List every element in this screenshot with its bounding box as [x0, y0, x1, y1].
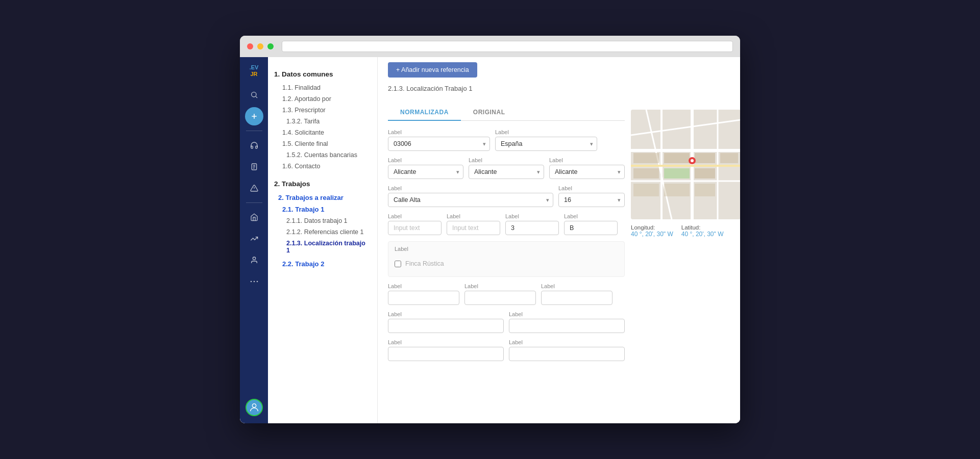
main-content: + Añadir nueva referencia 2.1.3. Localiz… [378, 57, 740, 423]
maximize-dot[interactable] [267, 43, 274, 49]
sidebar-divider-1 [246, 131, 262, 131]
postal-code-select[interactable]: 03006 [388, 137, 490, 151]
latitude-group: Latitud: 40 °, 20', 30" W [681, 224, 724, 238]
nav-trabajo1[interactable]: 2.1. Trabajo 1 [274, 203, 371, 215]
number-select-wrapper: 16 [558, 193, 625, 207]
address-bar [282, 41, 733, 52]
nav-datos-trabajo1[interactable]: 2.1.1. Datos trabajo 1 [274, 215, 371, 226]
longitude-value: 40 °, 20', 30" W [631, 231, 673, 238]
nav-cliente-final[interactable]: 1.5. Cliente final [274, 138, 371, 149]
r5-input3-field[interactable] [541, 291, 612, 305]
document-icon[interactable] [245, 158, 263, 176]
r5-input2-field[interactable] [464, 291, 536, 305]
city2-select[interactable]: Alicante [469, 165, 544, 179]
svg-point-13 [256, 281, 258, 283]
nav-tarifa[interactable]: 1.3.2. Tarifa [274, 116, 371, 127]
form-row-5: Label Label Label [388, 283, 625, 305]
input3-group: Label [505, 213, 559, 235]
nav-referencias-cliente1[interactable]: 2.1.2. Referencias cliente 1 [274, 226, 371, 238]
svg-rect-29 [695, 153, 715, 163]
r5-input1-group: Label [388, 283, 459, 305]
r7-input2-field[interactable] [509, 347, 625, 361]
r7-input1-group: Label [388, 339, 504, 361]
r6-input1-label: Label [388, 311, 504, 317]
city3-select-wrapper: Alicante [549, 165, 625, 179]
search-icon[interactable] [245, 86, 263, 104]
nav-prescriptor[interactable]: 1.3. Prescriptor [274, 105, 371, 116]
postal-code-select-wrapper: 03006 [388, 137, 490, 151]
svg-rect-24 [664, 153, 690, 163]
person-icon[interactable] [245, 251, 263, 269]
r6-input2-label: Label [509, 311, 625, 317]
longitude-group: Longitud: 40 °, 20', 30" W [631, 224, 673, 238]
postal-code-group: Label 03006 [388, 129, 490, 151]
svg-point-0 [251, 92, 256, 97]
number-select[interactable]: 16 [558, 193, 625, 207]
form-row-3: Label Calle Alta Label 16 [388, 185, 625, 207]
r7-input1-field[interactable] [388, 347, 504, 361]
more-icon[interactable] [245, 272, 263, 291]
city1-select[interactable]: Alicante [388, 165, 463, 179]
svg-line-1 [256, 96, 257, 98]
finca-rustica-checkbox[interactable] [395, 261, 401, 267]
city3-group: Label Alicante [549, 157, 625, 179]
add-reference-button[interactable]: + Añadir nueva referencia [388, 62, 477, 78]
nav-solicitante[interactable]: 1.4. Solicitante [274, 127, 371, 138]
home-icon[interactable] [245, 208, 263, 226]
input3-field[interactable] [505, 221, 559, 235]
svg-point-12 [253, 281, 255, 283]
tabs-row: NORMALIZADA ORIGINAL [388, 105, 625, 121]
minimize-dot[interactable] [257, 43, 263, 49]
nav-trabajos-realizar[interactable]: 2. Trabajos a realizar [274, 192, 371, 203]
r6-input2-field[interactable] [509, 319, 625, 333]
r5-input1-label: Label [388, 283, 459, 289]
r6-input1-field[interactable] [388, 319, 504, 333]
section1-title: 1. Datos comunes [274, 70, 371, 78]
input3-label: Label [505, 213, 559, 219]
input2-field[interactable] [447, 221, 500, 235]
form-row-1: Label 03006 Label España [388, 129, 625, 151]
add-button[interactable] [245, 107, 263, 125]
svg-point-36 [691, 159, 694, 162]
svg-point-11 [250, 281, 252, 283]
svg-rect-28 [633, 168, 659, 178]
nav-contacto[interactable]: 1.6. Contacto [274, 161, 371, 172]
longitude-label: Longitud: [631, 224, 673, 231]
street-select[interactable]: Calle Alta [388, 193, 553, 207]
left-navigation: 1. Datos comunes 1.1. Finalidad 1.2. Apo… [268, 57, 378, 423]
tab-normalizada[interactable]: NORMALIZADA [388, 105, 461, 121]
headset-icon[interactable] [245, 136, 263, 155]
r5-input1-field[interactable] [388, 291, 459, 305]
nav-aportado[interactable]: 1.2. Aportado por [274, 93, 371, 105]
section-heading: 2.1.3. Localización Trabajo 1 [388, 85, 730, 92]
form-row-7: Label Label [388, 339, 625, 361]
input4-label: Label [564, 213, 618, 219]
warning-icon[interactable] [245, 179, 263, 197]
svg-rect-27 [633, 153, 659, 163]
r7-input1-label: Label [388, 339, 504, 345]
r7-input2-label: Label [509, 339, 625, 345]
r6-input1-group: Label [388, 311, 504, 333]
city3-label: Label [549, 157, 625, 163]
nav-finalidad[interactable]: 1.1. Finalidad [274, 82, 371, 93]
nav-localizacion-trabajo1[interactable]: 2.1.3. Localización trabajo 1 [274, 238, 371, 256]
city3-select[interactable]: Alicante [549, 165, 625, 179]
postal-code-label: Label [388, 129, 490, 135]
svg-point-14 [252, 404, 256, 407]
map-panel: Longitud: 40 °, 20', 30" W Latitud: 40 °… [625, 105, 740, 367]
r5-input2-label: Label [464, 283, 536, 289]
nav-cuentas[interactable]: 1.5.2. Cuentas bancarias [274, 149, 371, 161]
city1-select-wrapper: Alicante [388, 165, 463, 179]
input4-field[interactable] [564, 221, 618, 235]
input1-field[interactable] [388, 221, 442, 235]
close-dot[interactable] [247, 43, 253, 49]
avatar[interactable] [246, 399, 263, 416]
input2-label: Label [447, 213, 500, 219]
tab-original[interactable]: ORIGINAL [461, 105, 518, 120]
nav-trabajo2[interactable]: 2.2. Trabajo 2 [274, 258, 371, 270]
chart-icon[interactable] [245, 230, 263, 248]
country-select[interactable]: España [495, 137, 597, 151]
svg-rect-25 [695, 168, 715, 178]
sidebar-divider-2 [246, 202, 262, 203]
street-label: Label [388, 185, 553, 191]
